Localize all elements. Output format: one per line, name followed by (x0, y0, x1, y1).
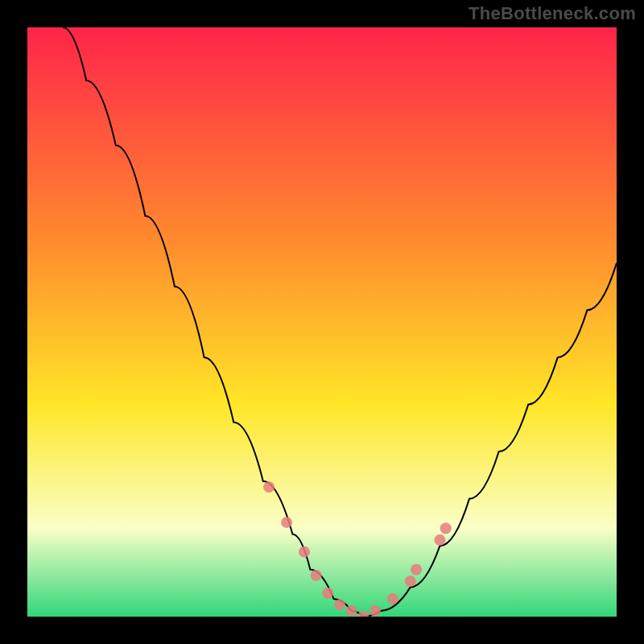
marker-dot (387, 593, 398, 605)
marker-dot (434, 535, 445, 546)
chart-plot-area (27, 27, 617, 617)
marker-dot (299, 546, 310, 557)
marker-dot (311, 570, 322, 581)
watermark-label: TheBottleneck.com (469, 3, 636, 24)
marker-dot (369, 605, 381, 617)
marker-dot (334, 599, 345, 610)
marker-dot (440, 522, 452, 534)
chart-frame: TheBottleneck.com (0, 0, 644, 644)
marker-dot (346, 605, 357, 617)
marker-dot (411, 564, 422, 575)
chart-svg (27, 27, 617, 617)
marker-dot (405, 576, 416, 587)
marker-dot (263, 481, 275, 493)
marker-dot (322, 588, 333, 599)
chart-background (27, 27, 617, 617)
marker-dot (281, 517, 292, 528)
